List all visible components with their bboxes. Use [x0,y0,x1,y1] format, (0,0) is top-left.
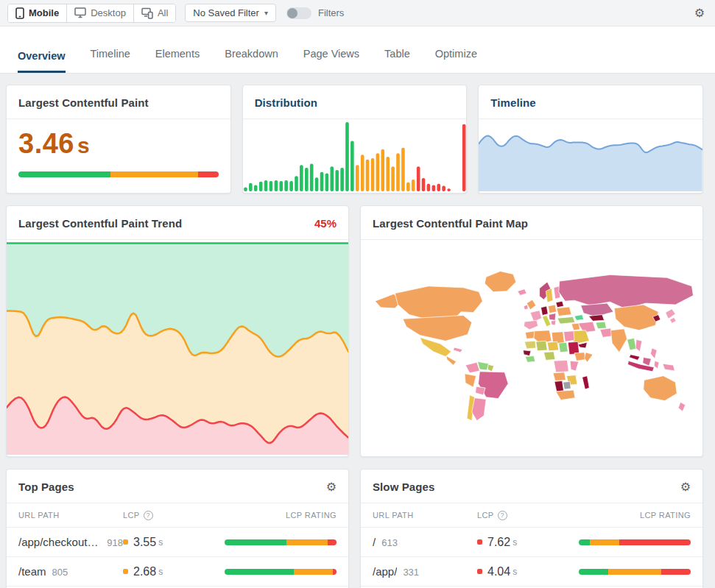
map-region-ethiopia[interactable] [574,353,585,361]
map-region-iceland[interactable] [518,289,527,296]
map-region-france[interactable] [530,311,541,322]
map-region-egypt[interactable] [564,331,575,342]
map-region-kenya[interactable] [570,361,579,371]
map-region-namibia[interactable] [554,380,564,392]
url-path[interactable]: /team [18,565,46,578]
th-url-path: URL PATH [373,511,477,520]
settings-gear-icon[interactable]: ⚙ [326,481,337,493]
map-region-dr-congo[interactable] [554,360,568,372]
map-region-philippines[interactable] [650,348,657,359]
filters-toggle[interactable] [286,7,311,19]
map-region-belarus[interactable] [556,301,564,308]
map-region-new-zealand[interactable] [678,402,686,411]
card-title: Distribution [255,96,317,109]
tab-timeline[interactable]: Timeline [91,48,130,73]
map-region-greenland[interactable] [485,272,516,292]
table-row[interactable]: /613 7.62s [361,528,702,557]
map-region-sweden[interactable] [546,288,553,302]
rating-segment-meh [294,569,333,575]
map-region-nigeria[interactable] [543,352,554,361]
map-region-ireland[interactable] [524,305,528,310]
map-region-guinea[interactable] [525,356,535,363]
tab-optimize[interactable]: Optimize [435,48,477,73]
map-region-south-africa[interactable] [556,390,575,400]
map-region-japan[interactable] [666,309,677,323]
card-title: Top Pages [18,481,74,493]
map-region-myanmar[interactable] [627,338,637,350]
map-region-argentina[interactable] [472,398,486,421]
trend-stacked-area-chart[interactable] [7,240,348,455]
map-region-afghanistan[interactable] [596,322,607,329]
table-row[interactable]: /app/331 4.04s [361,557,702,587]
url-path[interactable]: / [373,536,376,548]
map-region-russia[interactable] [559,274,694,308]
map-region-mauritania[interactable] [524,341,535,349]
help-icon[interactable]: ? [144,511,153,520]
map-region-kazakhstan[interactable] [581,303,613,316]
distribution-card-body [243,119,467,191]
tab-overview[interactable]: Overview [18,50,66,73]
map-region-germany[interactable] [541,306,549,316]
map-region-mali[interactable] [536,341,547,351]
map-region-poland[interactable] [548,305,557,314]
map-region-turkey[interactable] [557,316,575,324]
th-lcp-rating: LCP RATING [205,511,337,520]
map-region-uzbekistan[interactable] [588,315,604,322]
map-card: Largest Contentful Paint Map [360,205,703,457]
tab-elements[interactable]: Elements [155,48,200,73]
map-region-bolivia[interactable] [476,386,486,395]
map-region-senegal[interactable] [523,350,531,356]
tab-page-views[interactable]: Page Views [303,48,359,73]
map-region-iraq[interactable] [571,323,580,330]
table-row[interactable]: /app/checkout/…918 3.55s [7,528,348,557]
map-region-sulawesi[interactable] [654,361,659,369]
device-button-all[interactable]: All [134,4,175,22]
map-region-australia[interactable] [644,376,677,401]
map-region-turkmenistan[interactable] [574,315,584,321]
url-path[interactable]: /app/ [373,565,397,578]
map-region-central-america[interactable] [446,356,457,366]
device-button-desktop[interactable]: Desktop [67,4,134,22]
map-region-niger[interactable] [547,341,558,351]
map-region-ukraine[interactable] [557,307,571,316]
map-region-somalia[interactable] [585,353,594,363]
map-region-greece[interactable] [551,320,556,325]
lcp-card: Largest Contentful Paint 3.46s [6,85,231,194]
url-path[interactable]: /app/checkout/… [18,536,101,548]
tab-breakdown[interactable]: Breakdown [225,48,278,73]
map-region-angola[interactable] [553,372,566,381]
map-region-usa[interactable] [403,316,472,341]
map-region-new-guinea[interactable] [663,364,675,371]
map-region-cuba[interactable] [454,347,463,353]
map-region-botswana[interactable] [563,381,571,389]
device-button-mobile[interactable]: Mobile [8,4,67,22]
map-region-india[interactable] [610,329,627,353]
map-region-malaysia[interactable] [629,355,640,361]
map-region-iberia[interactable] [524,320,538,330]
timeline-card: Timeline [478,85,703,194]
timeline-area-chart[interactable] [479,119,702,191]
map-region-canada[interactable] [395,286,482,319]
map-region-indochina[interactable] [635,339,642,351]
map-region-balkans[interactable] [549,314,556,321]
distribution-histogram[interactable] [243,119,467,191]
world-choropleth-map[interactable] [361,240,702,455]
map-region-venezuela[interactable] [478,361,489,370]
saved-filter-dropdown[interactable]: No Saved Filter ▾ [185,4,276,22]
help-icon[interactable]: ? [498,511,507,520]
tab-table[interactable]: Table [384,48,410,73]
settings-gear-icon[interactable]: ⚙ [680,481,691,493]
map-region-chad[interactable] [559,342,568,353]
map-region-colombia[interactable] [465,362,479,373]
rating-segment-poor [333,569,337,575]
timeline-card-header: Timeline [479,85,702,119]
map-region-madagascar[interactable] [582,376,590,389]
settings-gear-icon[interactable]: ⚙ [694,7,705,19]
map-region-borneo[interactable] [643,358,652,366]
map-region-china[interactable] [614,305,658,330]
table-row[interactable]: /team805 2.68s [7,557,348,587]
map-region-guyana[interactable] [487,364,494,372]
timeline-card-body [479,119,702,191]
card-title: Largest Contentful Paint [18,96,149,109]
map-region-peru[interactable] [465,374,476,387]
